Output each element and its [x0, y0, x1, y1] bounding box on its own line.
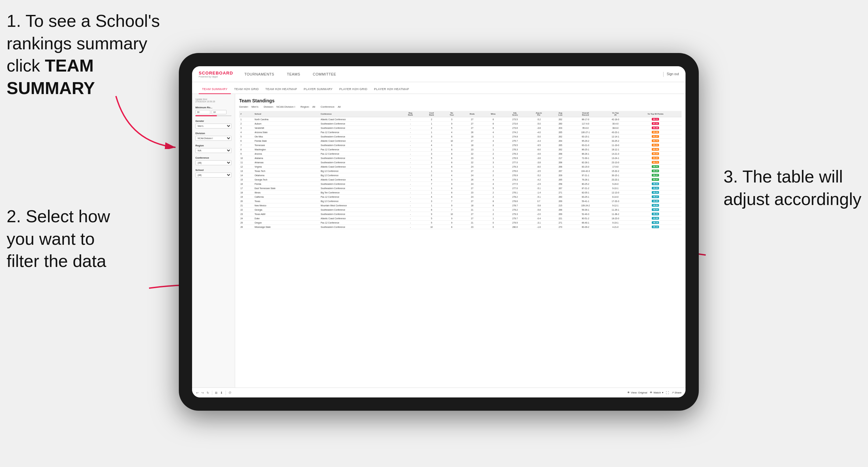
cell-school: Mississippi State: [253, 225, 319, 229]
cell-conf-rank: 3: [421, 165, 442, 169]
cell-overall: 52-40-3: [569, 212, 601, 216]
table-row: 8 Washington Pac-12 Conference - 2 8 23 …: [239, 147, 682, 152]
cell-school: Ole Miss: [253, 134, 319, 139]
nav-teams[interactable]: TEAMS: [285, 72, 301, 76]
nav-divider: |: [663, 71, 664, 77]
cell-rank: 4: [239, 130, 253, 134]
cell-conf-rank: 1: [421, 122, 442, 126]
cell-adj-score: 277.0: [504, 160, 527, 165]
cell-no-tour: 8: [442, 165, 462, 169]
nav-committee[interactable]: COMMITTEE: [312, 72, 338, 76]
cell-rnds: 23: [461, 156, 483, 160]
table-row: 13 Texas Tech Big 12 Conference - 1 9 27…: [239, 169, 682, 173]
max-rounds-input[interactable]: [212, 110, 226, 114]
cell-no-tour: 7: [442, 199, 462, 204]
clock-icon[interactable]: ⏱: [228, 391, 231, 395]
rounds-slider[interactable]: [195, 115, 231, 116]
cell-rank: 21: [239, 204, 253, 208]
cell-adj-score: 276.9: [504, 173, 527, 178]
score-badge: 85.58: [652, 131, 659, 133]
undo-icon[interactable]: ↩: [196, 391, 199, 395]
cell-vs-top25: 11-38-2: [601, 212, 629, 216]
cell-avg-low: 266: [551, 208, 569, 212]
cell-overall: 72-30-1: [569, 156, 601, 160]
cell-adj-score: 275.7: [504, 139, 527, 143]
division-select[interactable]: NCAA Division I NCAA Division II NCAA Di…: [195, 136, 231, 141]
table-row: 23 Texas A&M Southeastern Conference - 9…: [239, 212, 682, 216]
region-select[interactable]: N/A All: [195, 148, 231, 153]
copy-icon[interactable]: ⊞: [215, 391, 218, 395]
instruction-step1: 1. To see a School's rankings summary cl…: [7, 10, 172, 99]
cell-rank: 6: [239, 139, 253, 143]
table-row: 11 Arkansas Southeastern Conference - 2 …: [239, 160, 682, 165]
cell-conf-rank: 10: [421, 225, 442, 229]
cell-rank: 5: [239, 134, 253, 139]
cell-avg-low: 260: [551, 122, 569, 126]
cell-conference: Atlantic Coast Conference: [319, 216, 400, 221]
cell-rnds: 24: [461, 173, 483, 178]
cell-school: Illinois: [253, 190, 319, 195]
score-badge: 60.94: [652, 157, 659, 159]
cell-vs-top25: 43-23-1: [601, 130, 629, 134]
tab-player-summary[interactable]: PLAYER SUMMARY: [300, 88, 336, 94]
cell-conf-rank: 2: [421, 160, 442, 165]
conference-select[interactable]: (All): [195, 160, 231, 165]
cell-avg-to-par: -2.0: [527, 212, 551, 216]
tab-team-h2h-grid[interactable]: TEAM H2H GRID: [231, 88, 262, 94]
cell-vs-top25: 18-23-0: [601, 216, 629, 221]
cell-rnds: 27: [461, 186, 483, 190]
cell-vs-top25: 38-6-0: [601, 126, 629, 130]
gender-select[interactable]: Men's Women's: [195, 124, 231, 128]
cell-avg-low: 209: [551, 173, 569, 178]
cell-school: Florida State: [253, 139, 319, 143]
expand-icon[interactable]: ⛶: [666, 391, 669, 395]
cell-avg-to-par: -1.4: [527, 190, 551, 195]
cell-vs-top25: 12-14-1: [601, 134, 629, 139]
cell-no-tour: 9: [442, 169, 462, 173]
cell-points: 56.47: [629, 173, 682, 178]
cell-school: Washington: [253, 147, 319, 152]
cell-conf-rank: 9: [421, 212, 442, 216]
nav-tournaments[interactable]: TOURNAMENTS: [243, 72, 276, 76]
tab-team-h2h-heatmap[interactable]: TEAM H2H HEATMAP: [262, 88, 300, 94]
cell-reg-rank: -: [400, 143, 421, 147]
download-icon[interactable]: ⬇: [220, 391, 223, 395]
cell-conference: Pac-12 Conference: [319, 221, 400, 225]
tab-player-h2h-heatmap[interactable]: PLAYER H2H HEATMAP: [371, 88, 412, 94]
cell-conf-rank: 1: [421, 186, 442, 190]
cell-avg-low: 267: [551, 169, 569, 173]
watch-button[interactable]: 👁 Watch ▾: [650, 391, 663, 394]
cell-overall: 80-25-2: [569, 182, 601, 186]
cell-avg-to-par: -5.0: [527, 122, 551, 126]
cell-adj-score: 276.0: [504, 169, 527, 173]
cell-avg-to-par: -1.8: [527, 225, 551, 229]
cell-adj-score: 276.3: [504, 147, 527, 152]
cell-avg-to-par: -5.2: [527, 117, 551, 122]
tab-team-summary[interactable]: TEAM SUMMARY: [199, 88, 231, 94]
cell-rank: 20: [239, 199, 253, 204]
cell-overall: 83-15-0: [569, 165, 601, 169]
cell-no-tour: 6: [442, 134, 462, 139]
cell-overall: 63-21-0: [569, 143, 601, 147]
cell-no-tour: 10: [442, 212, 462, 216]
school-select[interactable]: (All): [195, 173, 231, 178]
cell-avg-low: 269: [551, 199, 569, 204]
cell-conf-rank: 3: [421, 152, 442, 156]
cell-avg-to-par: 0.7: [527, 199, 551, 204]
refresh-icon[interactable]: ↻: [207, 391, 209, 395]
cell-school: North Carolina: [253, 117, 319, 122]
view-original-button[interactable]: 👁 View: Original: [627, 391, 647, 394]
cell-points: 48.02: [629, 182, 682, 186]
arrow-step1: [109, 89, 182, 149]
cell-vs-top25: 13-24-1: [601, 156, 629, 160]
redo-icon[interactable]: ↪: [202, 391, 204, 395]
cell-conference: Southeastern Conference: [319, 208, 400, 212]
tab-player-h2h-grid[interactable]: PLAYER H2H GRID: [336, 88, 371, 94]
share-button[interactable]: ↗ Share: [672, 391, 682, 394]
tablet-screen: SCOREBOARD Powered by clippd TOURNAMENTS…: [192, 66, 685, 398]
min-rounds-input[interactable]: [195, 110, 210, 114]
cell-vs-top25: 23-13-0: [601, 160, 629, 165]
sign-out-button[interactable]: Sign out: [666, 72, 679, 76]
sidebar-filters: Update time: 27/03/2024 16:56:26 Minimum…: [192, 94, 235, 387]
cell-no-tour: 9: [442, 178, 462, 182]
